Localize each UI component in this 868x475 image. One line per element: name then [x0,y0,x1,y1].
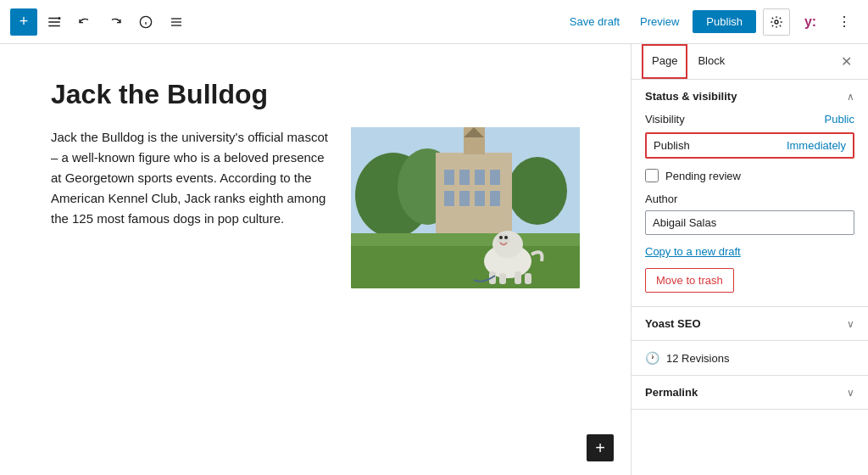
svg-rect-18 [459,191,470,206]
page-title: Jack the Bulldog [51,78,580,110]
svg-point-28 [499,236,503,239]
pending-review-checkbox[interactable] [645,169,659,182]
toolbar: + Save draft [0,0,868,44]
svg-rect-13 [444,170,454,185]
yoast-seo-title: Yoast SEO [645,317,701,330]
sidebar-header: Page Block ✕ [632,44,868,80]
publish-value[interactable]: Immediately [787,139,846,152]
visibility-value[interactable]: Public [825,113,854,126]
pending-review-label[interactable]: Pending review [665,170,741,182]
status-visibility-title: Status & visibility [645,90,737,103]
content-body: Jack the Bulldog is the university's off… [51,127,580,288]
revisions-icon: 🕐 [645,351,659,365]
svg-rect-32 [515,271,521,284]
body-text: Jack the Bulldog is the university's off… [51,127,331,229]
author-label: Author [645,193,854,205]
more-options-button[interactable]: ⋮ [831,8,858,36]
svg-rect-33 [525,273,531,284]
svg-rect-17 [444,191,454,206]
publish-button[interactable]: Publish [693,10,756,33]
main-area: Jack the Bulldog Jack the Bulldog is the… [0,44,868,475]
svg-rect-20 [490,191,500,206]
yoast-seo-header[interactable]: Yoast SEO ∨ [632,307,868,340]
tab-block[interactable]: Block [687,44,735,79]
svg-rect-24 [351,246,580,288]
svg-rect-15 [475,170,485,185]
svg-point-7 [775,20,778,24]
pending-review-row: Pending review [645,169,854,182]
yoast-seo-section: Yoast SEO ∨ [632,307,868,341]
status-visibility-chevron: ∧ [847,91,854,103]
svg-rect-16 [490,170,500,185]
tab-page[interactable]: Page [642,44,687,79]
author-input[interactable] [645,210,854,235]
preview-button[interactable]: Preview [633,10,686,33]
visibility-row: Visibility Public [645,113,854,126]
visibility-label: Visibility [645,113,685,126]
yoast-button[interactable]: y: [797,8,824,36]
info-button[interactable] [132,8,159,36]
permalink-chevron: ∨ [847,387,854,399]
sidebar-close-button[interactable]: ✕ [834,50,858,74]
undo-button[interactable] [71,8,98,36]
save-draft-button[interactable]: Save draft [563,10,626,33]
status-visibility-header[interactable]: Status & visibility ∧ [632,80,868,113]
publish-label: Publish [654,139,690,152]
add-block-button[interactable]: + [10,8,37,36]
svg-rect-19 [475,191,485,206]
status-visibility-content: Visibility Public Publish Immediately Pe… [632,113,868,306]
copy-draft-button[interactable]: Copy to a new draft [645,245,741,258]
svg-point-27 [497,233,510,245]
svg-point-29 [504,236,508,239]
toolbar-right: Save draft Preview Publish y: ⋮ [563,8,858,36]
yoast-seo-chevron: ∨ [847,318,854,330]
tools-button[interactable] [41,8,68,36]
sidebar-panel: Page Block ✕ Status & visibility ∧ Visib… [631,44,868,475]
revisions-row[interactable]: 🕐 12 Revisions [632,341,868,376]
publish-row: Publish Immediately [645,132,854,159]
settings-button[interactable] [763,8,790,36]
add-block-inline-button[interactable]: + [587,434,614,461]
permalink-title: Permalink [645,386,698,399]
permalink-section: Permalink ∨ [632,376,868,410]
toolbar-left: + [10,8,190,36]
svg-rect-31 [499,273,506,284]
featured-image [351,127,580,288]
redo-button[interactable] [102,8,129,36]
status-visibility-section: Status & visibility ∧ Visibility Public … [632,80,868,307]
move-trash-button[interactable]: Move to trash [645,268,734,293]
list-view-button[interactable] [163,8,190,36]
permalink-header[interactable]: Permalink ∨ [632,376,868,409]
svg-rect-14 [459,170,470,185]
svg-point-0 [58,17,61,20]
revisions-label: 12 Revisions [666,352,729,365]
editor-area: Jack the Bulldog Jack the Bulldog is the… [0,44,631,475]
svg-point-11 [508,157,567,225]
